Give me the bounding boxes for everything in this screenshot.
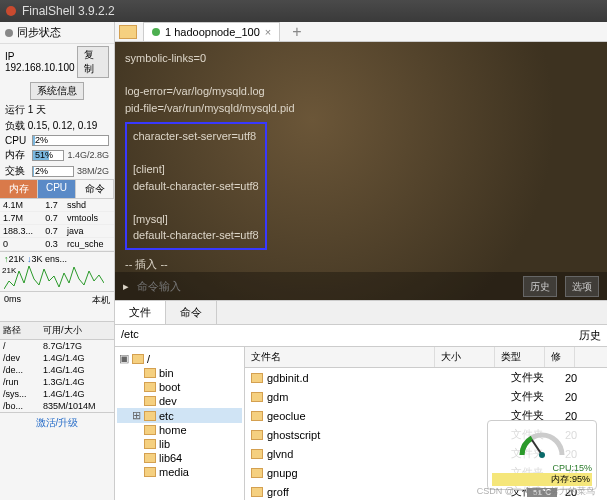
folder-icon	[251, 449, 263, 459]
sparkline-icon	[4, 261, 104, 289]
terminal[interactable]: symbolic-links=0 log-error=/var/log/mysq…	[115, 42, 607, 300]
tab-cpu[interactable]: CPU	[38, 180, 76, 198]
folder-icon	[251, 487, 263, 497]
svg-point-1	[539, 452, 545, 458]
folder-icon	[144, 396, 156, 406]
folder-icon	[251, 392, 263, 402]
uptime: 运行 1 天	[0, 102, 114, 118]
copy-button[interactable]: 复制	[77, 46, 109, 78]
folder-icon	[144, 382, 156, 392]
gauge-icon	[517, 425, 567, 463]
folder-icon	[144, 453, 156, 463]
sync-status: 同步状态	[0, 22, 114, 44]
folder-icon	[251, 411, 263, 421]
metric-tabs: 内存 CPU 命令	[0, 179, 114, 199]
app-title: FinalShell 3.9.2.2	[22, 4, 115, 18]
swap-meter: 交换 2% 38M/2G	[0, 163, 114, 179]
close-icon[interactable]: ×	[265, 26, 271, 38]
path-display[interactable]: /etc	[121, 328, 139, 343]
tab-commands[interactable]: 命令	[166, 301, 217, 324]
tab-cmd[interactable]: 命令	[76, 180, 114, 198]
folder-tree[interactable]: ▣/ bin boot dev ⊞etc home lib lib64 medi…	[115, 347, 245, 500]
file-history-button[interactable]: 历史	[579, 328, 601, 343]
folder-icon	[144, 425, 156, 435]
upgrade-link[interactable]: 激活/升级	[0, 412, 114, 433]
col-mod[interactable]: 修	[545, 347, 575, 367]
latency-spark: 0ms本机	[0, 291, 114, 321]
folder-icon	[144, 439, 156, 449]
sidebar: 同步状态 IP 192.168.10.100 复制 系统信息 运行 1 天 负载…	[0, 22, 115, 500]
folder-icon	[144, 411, 156, 421]
terminal-icon: ▸	[123, 278, 129, 295]
session-tab[interactable]: 1 hadoopnode_100 ×	[143, 22, 280, 41]
list-item: gdbinit.d文件夹20	[245, 368, 607, 387]
status-dot-icon	[5, 29, 13, 37]
tab-mem[interactable]: 内存	[0, 180, 38, 198]
col-type[interactable]: 类型	[495, 347, 545, 367]
ip-address: IP 192.168.10.100	[5, 51, 77, 73]
folder-icon	[144, 368, 156, 378]
resource-gauge: CPU:15% 内存:95% 51℃	[487, 420, 597, 490]
sync-label: 同步状态	[17, 25, 61, 40]
col-size[interactable]: 大小	[435, 347, 495, 367]
command-bar: ▸ 历史 选项	[115, 272, 607, 300]
tab-label: 1 hadoopnode_100	[165, 26, 260, 38]
system-info-button[interactable]: 系统信息	[30, 82, 84, 100]
tab-files[interactable]: 文件	[115, 301, 166, 324]
options-button[interactable]: 选项	[565, 276, 599, 297]
disk-table: 路径可用/大小 /8.7G/17G /dev1.4G/1.4G /de...1.…	[0, 321, 114, 412]
folder-icon	[251, 373, 263, 383]
mem-meter: 内存 51% 1.4G/2.8G	[0, 147, 114, 163]
command-input[interactable]	[137, 280, 515, 292]
process-table: 4.1M1.7sshd 1.7M0.7vmtools 188.3...0.7ja…	[0, 199, 114, 251]
folder-icon[interactable]	[119, 25, 137, 39]
folder-icon	[132, 354, 144, 364]
folder-icon	[251, 430, 263, 440]
history-button[interactable]: 历史	[523, 276, 557, 297]
list-item: gdm文件夹20	[245, 387, 607, 406]
highlight-box: character-set-server=utf8 [client] defau…	[125, 122, 267, 250]
add-tab-button[interactable]: +	[286, 23, 307, 41]
folder-icon	[251, 468, 263, 478]
tab-bar: 1 hadoopnode_100 × +	[115, 22, 607, 42]
col-name[interactable]: 文件名	[245, 347, 435, 367]
status-green-icon	[152, 28, 160, 36]
folder-icon	[144, 467, 156, 477]
watermark: CSDN @一个正在努力的菜鸟	[477, 485, 595, 498]
network-spark: ↑21K ↓3K ens... 21K	[0, 251, 114, 291]
load-avg: 负载 0.15, 0.12, 0.19	[0, 118, 114, 134]
window-dot-icon	[6, 6, 16, 16]
cpu-meter: CPU 2%	[0, 134, 114, 147]
titlebar: FinalShell 3.9.2.2	[0, 0, 607, 22]
